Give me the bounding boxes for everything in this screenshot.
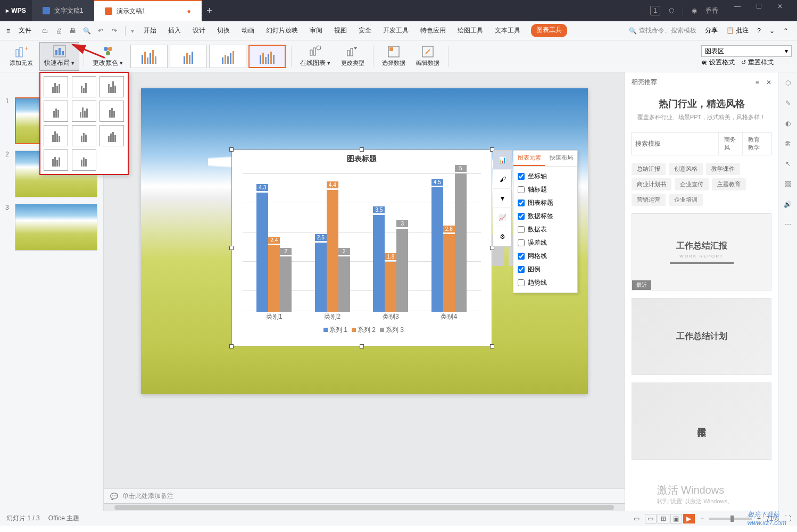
rail-more-icon[interactable]: ⋯ <box>783 219 793 230</box>
rail-select-icon[interactable]: ↖ <box>783 159 793 169</box>
menu-tab-设计[interactable]: 设计 <box>192 24 206 37</box>
chart-format-icon[interactable]: 📈 <box>493 208 512 227</box>
rail-style-icon[interactable]: ✎ <box>783 98 793 109</box>
set-format-button[interactable]: 🛠 设置格式 <box>701 58 735 67</box>
layout-option-2[interactable] <box>72 76 96 97</box>
slide-thumb-3[interactable] <box>15 204 97 251</box>
tag-总结汇报[interactable]: 总结汇报 <box>632 163 666 175</box>
online-chart-button[interactable]: 在线图表 ▾ <box>296 42 335 71</box>
layout-option-10[interactable] <box>44 149 68 171</box>
chart-area-select[interactable]: 图表区▾ <box>701 45 792 57</box>
menu-tab-审阅[interactable]: 审阅 <box>309 24 323 37</box>
template-card-3[interactable]: 工作汇报 <box>632 383 771 460</box>
maximize-button[interactable]: ☐ <box>748 3 769 19</box>
bar[interactable]: 5 <box>455 173 467 312</box>
template-card-1[interactable]: 工作总结汇报 WORK REPORT 最近 <box>632 213 771 290</box>
chart-element-数据标签[interactable]: 数据标签 <box>517 210 574 223</box>
quick-layout-tab[interactable]: 快速布局 <box>545 151 577 166</box>
bar[interactable]: 4.3 <box>256 193 268 312</box>
bar[interactable]: 4.5 <box>431 187 443 312</box>
bar[interactable]: 1.8 <box>385 262 396 312</box>
chart-element-图表标题[interactable]: 图表标题 <box>517 196 574 210</box>
notes-bar[interactable]: 💬 单击此处添加备注 <box>104 488 625 503</box>
rail-animate-icon[interactable]: ◐ <box>783 118 793 129</box>
layout-option-9[interactable] <box>99 125 124 146</box>
open-icon[interactable]: 🗀 <box>40 26 51 36</box>
chart-elements-icon[interactable]: 📊 <box>493 151 512 170</box>
select-data-button[interactable]: 选择数据 <box>378 42 410 71</box>
chart-element-轴标题[interactable]: 轴标题 <box>517 183 574 196</box>
bar[interactable]: 2 <box>338 256 350 312</box>
search-filter-2[interactable]: 教育教学 <box>742 132 771 155</box>
zoom-out-icon[interactable]: − <box>700 515 704 522</box>
tab-ppt[interactable]: 演示文稿1 ● <box>94 0 202 21</box>
zoom-slider[interactable] <box>709 518 752 520</box>
rail-home-icon[interactable]: ⬡ <box>783 78 793 88</box>
notification-badge[interactable]: 1 <box>650 6 660 15</box>
tag-教学课件[interactable]: 教学课件 <box>706 163 740 175</box>
template-card-2[interactable]: 工作总结计划 <box>632 298 771 375</box>
bar[interactable]: 2.5 <box>315 243 327 312</box>
file-menu[interactable]: 文件 <box>14 24 36 37</box>
layout-option-6[interactable] <box>99 101 124 122</box>
chart-style-icon[interactable]: 🖌 <box>493 170 512 189</box>
menu-tab-插入[interactable]: 插入 <box>167 24 182 37</box>
menu-tab-幻灯片放映[interactable]: 幻灯片放映 <box>265 24 299 37</box>
chart-element-趋势线[interactable]: 趋势线 <box>517 276 574 289</box>
chart-element-坐标轴[interactable]: 坐标轴 <box>517 170 574 183</box>
menu-tab-文本工具[interactable]: 文本工具 <box>494 24 521 37</box>
layout-option-7[interactable] <box>44 125 68 146</box>
chart-object[interactable]: 图表标题 4.32.422.54.423.51.834.52.85 类别1类别2… <box>231 149 492 346</box>
bar[interactable]: 3.5 <box>373 215 385 312</box>
menu-tab-绘图工具[interactable]: 绘图工具 <box>456 24 484 37</box>
minimize-button[interactable]: — <box>727 3 748 19</box>
elements-tab[interactable]: 图表元素 <box>513 151 545 166</box>
menu-tab-开发工具[interactable]: 开发工具 <box>382 24 410 37</box>
layout-option-5[interactable] <box>72 101 96 122</box>
canvas-area[interactable]: 图表标题 4.32.422.54.423.51.834.52.85 类别1类别2… <box>104 72 625 511</box>
tag-主题教育[interactable]: 主题教育 <box>712 178 746 190</box>
more-icon[interactable]: ⌃ <box>783 27 788 35</box>
close-button[interactable]: ✕ <box>769 3 791 19</box>
menu-tab-切换[interactable]: 切换 <box>216 24 231 37</box>
new-tab-button[interactable]: + <box>202 5 218 16</box>
reset-style-button[interactable]: ↺ 重置样式 <box>741 58 774 67</box>
hamburger-icon[interactable]: ≡ <box>4 25 12 37</box>
chart-element-图例[interactable]: 图例 <box>517 263 574 276</box>
rail-image-icon[interactable]: 🖼 <box>783 179 793 189</box>
menu-tab-安全[interactable]: 安全 <box>358 24 372 37</box>
bar[interactable]: 4.4 <box>327 190 338 312</box>
view-reading-icon[interactable]: ▣ <box>670 514 682 523</box>
notes-toggle-icon[interactable]: ▭ <box>634 515 640 522</box>
add-element-button[interactable]: + 添加元素 <box>5 42 37 71</box>
undo-icon[interactable]: ↶ <box>95 26 106 36</box>
save-icon[interactable]: 🖨 <box>54 26 64 36</box>
menu-tab-开始[interactable]: 开始 <box>143 24 157 37</box>
layout-option-8[interactable] <box>72 125 96 146</box>
menu-tab-特色应用[interactable]: 特色应用 <box>419 24 447 37</box>
bar[interactable]: 2 <box>280 256 292 312</box>
chart-element-网格线[interactable]: 网格线 <box>517 250 574 263</box>
chart-filter-icon[interactable]: ▼ <box>493 189 512 208</box>
bar[interactable]: 2.4 <box>268 245 280 312</box>
search-filter-1[interactable]: 商务风 <box>718 132 742 155</box>
edit-data-button[interactable]: 编辑数据 <box>412 42 444 71</box>
panel-close-icon[interactable]: ✕ <box>766 79 771 86</box>
menu-tab-动画[interactable]: 动画 <box>240 24 255 37</box>
tag-营销运营[interactable]: 营销运营 <box>632 194 666 206</box>
horizontal-scrollbar[interactable] <box>104 503 625 511</box>
tag-企业培训[interactable]: 企业培训 <box>669 194 703 206</box>
user-name[interactable]: 香香 <box>705 6 718 15</box>
chart-element-数据表[interactable]: 数据表 <box>517 223 574 236</box>
tab-doc[interactable]: 文字文稿1 <box>32 0 94 21</box>
rail-tools-icon[interactable]: 🛠 <box>783 138 793 149</box>
view-normal-icon[interactable]: ▭ <box>645 514 657 523</box>
menu-tab-视图[interactable]: 视图 <box>333 24 348 37</box>
template-search[interactable]: 商务风 教育教学 <box>632 132 771 155</box>
command-search[interactable]: 🔍 查找命令、搜索模板 <box>629 26 696 35</box>
help-icon[interactable]: ? <box>757 27 761 35</box>
view-sorter-icon[interactable]: ⊞ <box>658 514 669 523</box>
share-button[interactable]: 分享 <box>705 26 718 35</box>
layout-option-4[interactable] <box>44 101 68 122</box>
slide-canvas[interactable]: 图表标题 4.32.422.54.423.51.834.52.85 类别1类别2… <box>141 88 588 394</box>
